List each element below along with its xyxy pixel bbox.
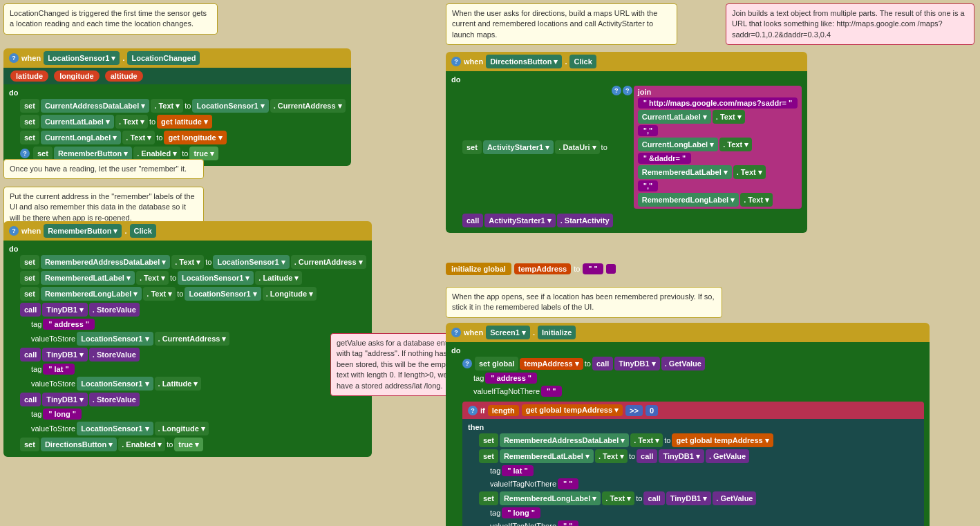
call-s1-b2[interactable]: call	[637, 449, 657, 463]
daddr-string[interactable]: " &daddr= "	[638, 153, 691, 164]
set-block3[interactable]: set	[20, 131, 39, 144]
sensor1g[interactable]: LocationSensor1 ▾	[77, 422, 153, 435]
get-global-tempaddr2[interactable]: get global tempAddress ▾	[672, 433, 773, 447]
empty-string-s1[interactable]: " "	[541, 386, 562, 397]
text-prop2[interactable]: . Text ▾	[115, 115, 148, 129]
latitude-p2[interactable]: . Latitude ▾	[155, 377, 202, 391]
remlat-label[interactable]: RememberedLatLabel ▾	[41, 271, 135, 285]
text-join3[interactable]: . Text ▾	[733, 165, 766, 179]
text-join1[interactable]: . Text ▾	[713, 110, 745, 124]
get-long-block[interactable]: get longitude ▾	[164, 131, 226, 144]
sensor1b[interactable]: LocationSensor1 ▾	[213, 255, 289, 269]
text-s1-p3[interactable]: . Text ▾	[602, 491, 634, 505]
text-p1[interactable]: . Text ▾	[171, 255, 204, 269]
getvalue-method3[interactable]: . GetValue	[713, 491, 756, 505]
sensor1d[interactable]: LocationSensor1 ▾	[185, 287, 261, 301]
getvalue-method1[interactable]: . GetValue	[661, 357, 705, 370]
sensor1-block[interactable]: LocationSensor1 ▾	[192, 99, 268, 113]
true-block1[interactable]: true ▾	[189, 147, 218, 160]
currentaddress-label[interactable]: CurrentAddressDataLabel ▾	[41, 99, 149, 113]
long-tag[interactable]: " long "	[43, 408, 82, 420]
event-header-screen1[interactable]: ? when Screen1 ▾ . Initialize	[446, 323, 930, 342]
call-b2[interactable]: call	[20, 348, 41, 361]
text-prop1[interactable]: . Text ▾	[151, 99, 183, 113]
comma-string2[interactable]: ","	[638, 180, 659, 191]
remaddr-s1[interactable]: RememberedAddressDataLabel ▾	[500, 433, 629, 447]
tinydb1a[interactable]: TinyDB1 ▾	[42, 303, 87, 317]
set-block2[interactable]: set	[20, 115, 39, 129]
true-block2[interactable]: true ▾	[174, 438, 203, 451]
length-block[interactable]: length	[488, 405, 519, 416]
currentaddr-p[interactable]: . CurrentAddress ▾	[291, 255, 366, 269]
tinydb1-s1c[interactable]: TinyDB1 ▾	[666, 491, 711, 505]
activitystarter[interactable]: ActivityStarter1 ▾	[483, 140, 554, 154]
remlong-s1[interactable]: RememberedLongLabel ▾	[500, 491, 601, 505]
sensor-block[interactable]: LocationSensor1 ▾	[44, 51, 120, 65]
dirbutton-event[interactable]: DirectionsButton ▾	[486, 55, 562, 68]
startactivity-method[interactable]: . StartActivity	[557, 214, 613, 227]
text-s1-p2[interactable]: . Text ▾	[595, 449, 628, 463]
tempaddr-ref[interactable]: tempAddress ▾	[520, 358, 583, 370]
call-b3[interactable]: call	[20, 393, 41, 406]
empty-string-init[interactable]: " "	[583, 263, 603, 274]
sensor1f[interactable]: LocationSensor1 ▾	[77, 377, 153, 391]
tinydb1-s1a[interactable]: TinyDB1 ▾	[614, 357, 659, 370]
set-s1-b1[interactable]: set global	[475, 357, 518, 370]
text-p3[interactable]: . Text ▾	[143, 287, 176, 301]
event-name[interactable]: LocationChanged	[127, 51, 200, 65]
tinydb1-s1b[interactable]: TinyDB1 ▾	[659, 449, 704, 463]
datauri-prop[interactable]: . DataUri ▾	[555, 140, 599, 154]
compare-block[interactable]: >>	[625, 405, 643, 416]
call-b1[interactable]: call	[20, 303, 41, 317]
longitude-p2[interactable]: . Longitude ▾	[155, 422, 209, 435]
text-p2[interactable]: . Text ▾	[136, 271, 169, 285]
currentlong-label[interactable]: CurrentLongLabel ▾	[41, 131, 121, 144]
tempaddress-name[interactable]: tempAddress	[514, 263, 571, 274]
activitystarter2[interactable]: ActivityStarter1 ▾	[484, 214, 555, 227]
tinydb1c[interactable]: TinyDB1 ▾	[42, 393, 87, 406]
event-header-directions[interactable]: ? when DirectionsButton ▾ . Click	[446, 52, 807, 71]
currentaddress-prop[interactable]: . CurrentAddress ▾	[270, 99, 346, 113]
remember-button[interactable]: RememberButton ▾	[54, 147, 132, 160]
click-event[interactable]: Click	[130, 224, 156, 238]
long-tag-s1[interactable]: " long "	[502, 507, 540, 518]
initialize-event[interactable]: Initialize	[538, 326, 576, 339]
enabled-prop[interactable]: . Enabled ▾	[133, 147, 180, 160]
event-header-location[interactable]: ? when LocationSensor1 ▾ . LocationChang…	[3, 48, 351, 68]
remaddress-label[interactable]: RememberedAddressDataLabel ▾	[41, 255, 170, 269]
curlonglabel-join[interactable]: CurrentLongLabel ▾	[638, 138, 718, 151]
set-dir-b1[interactable]: set	[462, 140, 482, 154]
dirbutton-comp[interactable]: DirectionsButton ▾	[41, 438, 117, 451]
set-b1[interactable]: set	[20, 255, 39, 269]
currentaddr-p2[interactable]: . CurrentAddress ▾	[155, 332, 230, 346]
storevalue3[interactable]: . StoreValue	[89, 393, 140, 406]
remlonglabel-join[interactable]: RememberedLongLabel ▾	[638, 193, 739, 207]
get-lat-block[interactable]: get latitude ▾	[157, 115, 212, 129]
longitude-p[interactable]: . Longitude ▾	[263, 287, 317, 301]
currentlat-label[interactable]: CurrentLatLabel ▾	[41, 115, 114, 129]
text-s1-p1[interactable]: . Text ▾	[630, 433, 663, 447]
getvalue-method2[interactable]: . GetValue	[706, 449, 749, 463]
remlat-s1[interactable]: RememberedLatLabel ▾	[500, 449, 594, 463]
empty-string-s1c[interactable]: " "	[558, 520, 578, 526]
lat-tag-s1[interactable]: " lat "	[502, 465, 533, 476]
address-tag[interactable]: " address "	[43, 319, 95, 330]
sensor1c[interactable]: LocationSensor1 ▾	[178, 271, 254, 285]
tinydb1b[interactable]: TinyDB1 ▾	[42, 348, 87, 361]
address-tag-s1[interactable]: " address "	[485, 373, 537, 384]
latitude-p[interactable]: . Latitude ▾	[255, 271, 302, 285]
set-block4[interactable]: set	[33, 147, 53, 160]
set-s1-b2[interactable]: set	[479, 433, 498, 447]
rememberbutton-comp[interactable]: RememberButton ▾	[44, 224, 122, 238]
set-s1-b3[interactable]: set	[479, 449, 498, 463]
sensor1e[interactable]: LocationSensor1 ▾	[77, 332, 153, 346]
lat-tag[interactable]: " lat "	[43, 364, 74, 375]
empty-string-s1b[interactable]: " "	[558, 478, 578, 489]
zero-block[interactable]: 0	[646, 405, 658, 416]
storevalue2[interactable]: . StoreValue	[89, 348, 140, 361]
storevalue1[interactable]: . StoreValue	[89, 303, 140, 317]
get-global-tempaddr[interactable]: get global tempAddress ▾	[522, 404, 623, 416]
comma-string1[interactable]: ","	[638, 125, 659, 136]
screen1-comp[interactable]: Screen1 ▾	[486, 326, 530, 339]
remlatlabel-join[interactable]: RememberedLatLabel ▾	[638, 165, 732, 179]
